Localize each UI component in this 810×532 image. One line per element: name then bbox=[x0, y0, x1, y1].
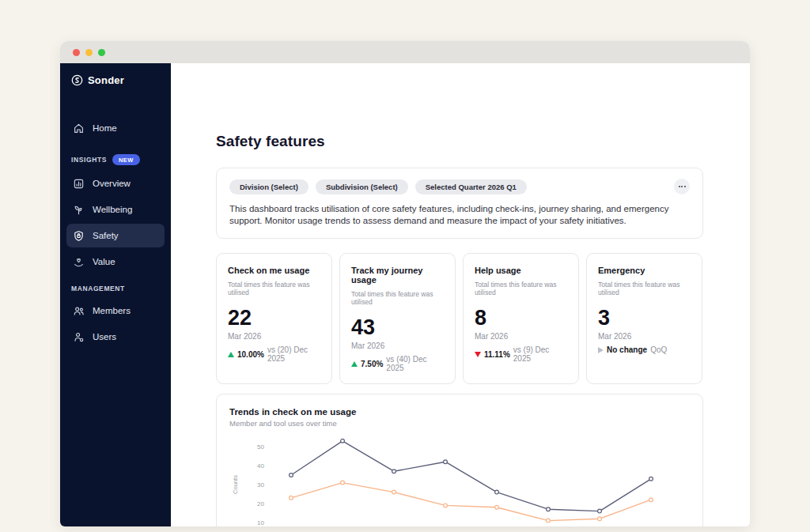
stat-period: Mar 2026 bbox=[351, 341, 444, 350]
data-point bbox=[649, 477, 653, 481]
delta-comparison: vs (20) Dec 2025 bbox=[267, 345, 320, 363]
app-window: Sonder Home INSIGHTS NEW bbox=[60, 41, 750, 526]
sidebar-item-label: Members bbox=[93, 306, 131, 315]
chart-title: Trends in check on me usage bbox=[229, 407, 690, 417]
sidebar-item-label: Value bbox=[93, 257, 115, 266]
logo-text: Sonder bbox=[88, 74, 124, 86]
data-point bbox=[392, 470, 396, 474]
data-point bbox=[444, 460, 448, 464]
stat-period: Mar 2026 bbox=[228, 332, 320, 341]
stat-period: Mar 2026 bbox=[598, 332, 691, 341]
stat-title: Help usage bbox=[475, 266, 567, 275]
insights-section-label: INSIGHTS bbox=[71, 156, 107, 164]
members-icon bbox=[73, 305, 85, 317]
trend-up-icon bbox=[228, 352, 234, 357]
y-tick-label: 30 bbox=[257, 481, 264, 489]
stat-value: 22 bbox=[228, 307, 320, 329]
data-point bbox=[598, 517, 602, 521]
stats-row: Check on me usage Total times this featu… bbox=[216, 253, 703, 384]
logo[interactable]: Sonder bbox=[60, 74, 171, 86]
stat-card-help: Help usage Total times this feature was … bbox=[463, 253, 579, 384]
stat-value: 3 bbox=[598, 307, 691, 329]
series-line-unique-members bbox=[291, 483, 651, 521]
window-titlebar bbox=[60, 41, 750, 63]
main-content: Safety features Division (Select) Subdiv… bbox=[171, 63, 750, 526]
page-title: Safety features bbox=[216, 133, 703, 150]
sidebar-item-home[interactable]: Home bbox=[66, 116, 165, 140]
sidebar-item-overview[interactable]: Overview bbox=[66, 172, 165, 195]
sidebar-item-users[interactable]: Users bbox=[66, 325, 165, 349]
sidebar-item-wellbeing[interactable]: Wellbeing bbox=[66, 198, 165, 221]
subdivision-filter-chip[interactable]: Subdivision (Select) bbox=[316, 179, 408, 194]
stat-subtitle: Total times this feature was utilised bbox=[351, 290, 444, 306]
series-line-total-uses bbox=[291, 441, 651, 511]
stat-title: Track my journey usage bbox=[351, 266, 444, 285]
new-badge: NEW bbox=[112, 154, 140, 165]
stat-subtitle: Total times this feature was utilised bbox=[228, 281, 320, 296]
stat-subtitle: Total times this feature was utilised bbox=[475, 281, 567, 296]
delta-value: 11.11% bbox=[484, 350, 510, 359]
sidebar-item-members[interactable]: Members bbox=[66, 299, 165, 323]
stat-title: Emergency bbox=[598, 266, 691, 275]
data-point bbox=[444, 504, 448, 507]
zoom-window-icon[interactable] bbox=[98, 49, 105, 56]
y-tick-label: 50 bbox=[257, 443, 264, 451]
data-point bbox=[495, 490, 499, 494]
close-window-icon[interactable] bbox=[73, 49, 80, 56]
data-point bbox=[495, 505, 499, 509]
stat-title: Check on me usage bbox=[228, 266, 320, 275]
delta-value: No change bbox=[607, 345, 647, 354]
data-point bbox=[341, 439, 345, 443]
data-point bbox=[290, 474, 293, 477]
safety-icon bbox=[73, 230, 85, 242]
data-point bbox=[392, 490, 396, 494]
sidebar-item-safety[interactable]: Safety bbox=[66, 224, 165, 247]
trend-chart-card: Trends in check on me usage Member and t… bbox=[216, 394, 703, 526]
sidebar-item-label: Overview bbox=[93, 179, 131, 188]
dashboard-description: This dashboard tracks utilisation of cor… bbox=[229, 203, 690, 227]
value-icon bbox=[73, 256, 85, 268]
data-point bbox=[547, 507, 551, 511]
data-point bbox=[649, 498, 653, 502]
data-point bbox=[598, 509, 602, 513]
no-change-icon bbox=[598, 347, 604, 353]
division-filter-chip[interactable]: Division (Select) bbox=[229, 179, 308, 194]
home-icon bbox=[73, 123, 85, 134]
minimize-window-icon[interactable] bbox=[85, 49, 93, 56]
trend-chart-svg: 1020304050CountsQ2 2024Q3 2024Q4 2024Q1 … bbox=[229, 432, 691, 526]
chart-subtitle: Member and tool uses over time bbox=[229, 419, 690, 428]
y-tick-label: 20 bbox=[257, 500, 264, 507]
users-icon bbox=[73, 331, 85, 343]
sidebar-item-label: Wellbeing bbox=[93, 205, 132, 214]
insights-section-header: INSIGHTS NEW bbox=[60, 154, 171, 165]
stat-card-emergency: Emergency Total times this feature was u… bbox=[586, 253, 702, 384]
chart-yaxis-label: Counts bbox=[232, 475, 239, 494]
delta-comparison: vs (40) Dec 2025 bbox=[386, 355, 444, 372]
card-menu-button[interactable] bbox=[674, 179, 690, 194]
data-point bbox=[547, 519, 551, 523]
data-point bbox=[341, 481, 345, 485]
y-tick-label: 10 bbox=[257, 519, 264, 526]
sidebar: Sonder Home INSIGHTS NEW bbox=[60, 63, 171, 526]
delta-comparison: vs (9) Dec 2025 bbox=[513, 345, 567, 363]
management-section-label: MANAGEMENT bbox=[71, 285, 125, 292]
filters-card: Division (Select) Subdivision (Select) S… bbox=[216, 168, 703, 239]
stat-card-check-on-me: Check on me usage Total times this featu… bbox=[216, 253, 332, 384]
stat-period: Mar 2026 bbox=[475, 332, 567, 341]
data-point bbox=[290, 496, 293, 500]
sidebar-item-value[interactable]: Value bbox=[66, 250, 165, 274]
stat-value: 43 bbox=[351, 316, 444, 338]
delta-value: 10.00% bbox=[237, 350, 264, 359]
trend-up-icon bbox=[351, 361, 358, 367]
ellipsis-icon bbox=[679, 186, 680, 187]
sonder-logo-icon bbox=[71, 74, 83, 86]
trend-down-icon bbox=[475, 352, 481, 357]
quarter-filter-chip[interactable]: Selected Quarter 2026 Q1 bbox=[415, 179, 527, 194]
wellbeing-icon bbox=[73, 204, 85, 216]
sidebar-item-label: Safety bbox=[93, 231, 119, 240]
stat-subtitle: Total times this feature was utilised bbox=[598, 281, 691, 296]
y-tick-label: 40 bbox=[257, 462, 264, 470]
delta-value: 7.50% bbox=[361, 360, 383, 368]
delta-comparison: QoQ bbox=[650, 345, 667, 354]
stat-value: 8 bbox=[475, 307, 567, 329]
